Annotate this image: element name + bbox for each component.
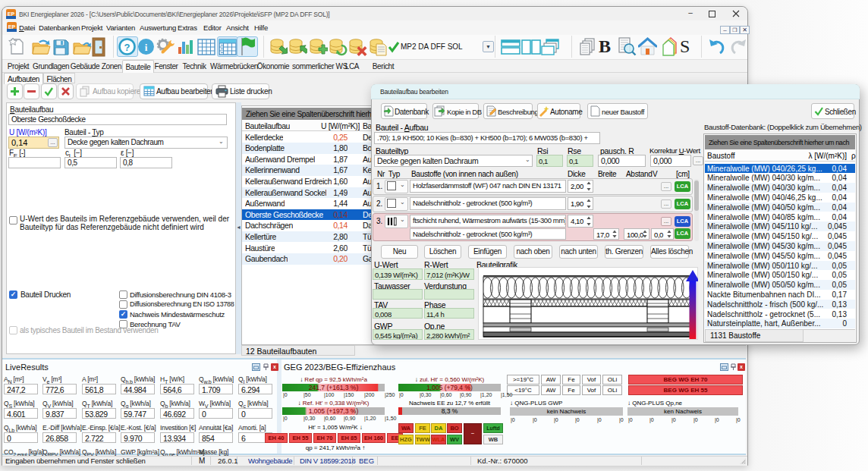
svg-text:EP: EP bbox=[8, 24, 16, 30]
svg-text:EP: EP bbox=[8, 11, 15, 17]
svg-text:i: i bbox=[145, 42, 148, 53]
svg-text:?: ? bbox=[124, 42, 131, 53]
